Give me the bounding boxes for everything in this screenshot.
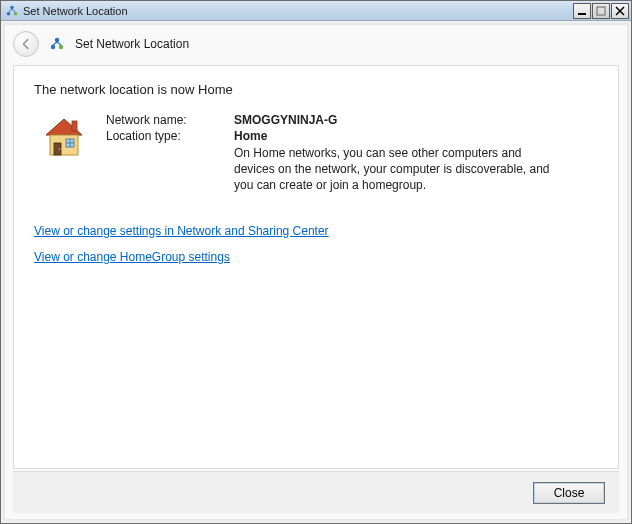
- wizard-title: Set Network Location: [75, 37, 189, 51]
- maximize-button[interactable]: [592, 3, 610, 19]
- network-name-label: Network name:: [106, 113, 234, 127]
- titlebar[interactable]: Set Network Location: [1, 1, 631, 21]
- wizard-header: Set Network Location: [5, 25, 627, 63]
- svg-rect-10: [72, 121, 77, 131]
- back-button[interactable]: [13, 31, 39, 57]
- window-controls: [572, 3, 629, 19]
- headline-text: The network location is now Home: [34, 82, 598, 97]
- svg-point-7: [59, 45, 63, 49]
- homegroup-link[interactable]: View or change HomeGroup settings: [34, 250, 230, 264]
- minimize-button[interactable]: [573, 3, 591, 19]
- location-description: On Home networks, you can see other comp…: [234, 145, 554, 194]
- house-icon: [40, 113, 88, 161]
- svg-point-1: [7, 11, 11, 15]
- svg-point-6: [51, 45, 55, 49]
- location-type-value: Home: [234, 129, 598, 143]
- svg-point-13: [59, 148, 61, 150]
- network-name-value: SMOGGYNINJA-G: [234, 113, 598, 127]
- svg-rect-4: [597, 7, 605, 15]
- app-icon: [5, 4, 19, 18]
- wizard-body: Set Network Location The network locatio…: [3, 23, 629, 521]
- info-grid: Network name: SMOGGYNINJA-G Location typ…: [106, 113, 598, 196]
- close-window-button[interactable]: [611, 3, 629, 19]
- svg-point-2: [14, 11, 18, 15]
- footer: Close: [13, 471, 619, 513]
- network-sharing-link[interactable]: View or change settings in Network and S…: [34, 224, 329, 238]
- location-type-label: Location type:: [106, 129, 234, 194]
- svg-point-0: [10, 5, 14, 9]
- content-area: The network location is now Home: [13, 65, 619, 469]
- network-info: Network name: SMOGGYNINJA-G Location typ…: [34, 113, 598, 196]
- close-button[interactable]: Close: [533, 482, 605, 504]
- titlebar-title: Set Network Location: [23, 5, 572, 17]
- network-icon: [49, 36, 65, 52]
- window-frame: Set Network Location: [0, 0, 632, 524]
- links-section: View or change settings in Network and S…: [34, 224, 598, 264]
- svg-rect-3: [578, 13, 586, 15]
- svg-point-5: [55, 38, 59, 42]
